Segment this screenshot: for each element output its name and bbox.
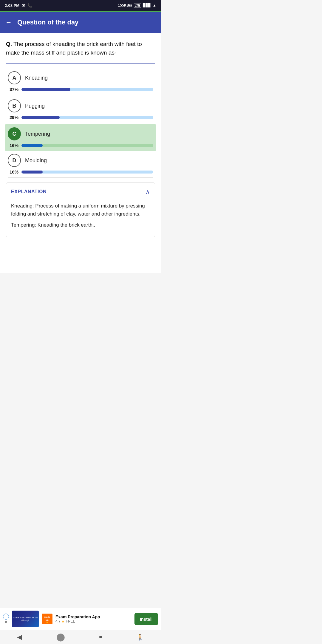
option-c-bar-bg — [21, 144, 153, 147]
chevron-up-icon: ∧ — [145, 188, 150, 195]
app-header: ← Question of the day — [0, 12, 161, 33]
question-body: The process of kneading the brick earth … — [6, 41, 142, 56]
option-a-bar-row: 37% — [6, 86, 155, 95]
explanation-paragraph-1: Kneading: Process of making a uniform mi… — [11, 202, 150, 218]
status-right: 155KB/s LTE ▊▊▊ ▲ — [118, 3, 156, 7]
option-c-circle: C — [8, 127, 21, 140]
option-d-label: Moulding — [25, 157, 47, 164]
question-text: Q. The process of kneading the brick ear… — [6, 40, 155, 57]
signal-icon: ▊▊▊ — [143, 3, 151, 7]
option-b-row[interactable]: B Pugging — [6, 96, 155, 114]
option-a-bar-fill — [21, 88, 70, 91]
option-d-row[interactable]: D Moulding — [6, 151, 155, 169]
option-d-bar-fill — [21, 171, 43, 174]
page-title: Question of the day — [17, 18, 78, 26]
status-time: 2:08 PM — [5, 3, 19, 8]
option-a-bar-bg — [21, 88, 153, 91]
option-b-bar-bg — [21, 116, 153, 119]
wifi-icon: ▲ — [153, 3, 156, 7]
gmail-icon: ✉ — [22, 3, 25, 8]
option-d-divider — [8, 177, 153, 178]
explanation-body: Kneading: Process of making a uniform mi… — [6, 201, 155, 237]
option-d-container: D Moulding 16% — [6, 151, 155, 178]
explanation-paragraph-2: Tempering: Kneading the brick earth... — [11, 221, 150, 229]
question-divider — [6, 63, 155, 64]
network-speed: 155KB/s — [118, 3, 132, 7]
explanation-section: EXPLANATION ∧ Kneading: Process of makin… — [6, 182, 155, 237]
explanation-title: EXPLANATION — [11, 189, 47, 194]
option-a-divider — [8, 95, 153, 95]
phone-icon: 📞 — [27, 3, 32, 8]
main-content: Q. The process of kneading the brick ear… — [0, 33, 161, 273]
option-a-circle: A — [8, 71, 21, 84]
status-bar: 2:08 PM ✉ 📞 155KB/s LTE ▊▊▊ ▲ — [0, 0, 161, 11]
option-a-row[interactable]: A Kneading — [6, 68, 155, 86]
option-c-bar-fill — [21, 144, 43, 147]
option-d-bar-row: 16% — [6, 169, 155, 177]
option-c-percent: 16% — [8, 143, 18, 148]
option-b-divider — [8, 123, 153, 123]
option-a-percent: 37% — [8, 87, 18, 92]
lte-icon: LTE — [134, 4, 141, 7]
option-c-container: C Tempering 16% — [5, 124, 156, 151]
option-c-row[interactable]: C Tempering — [6, 124, 155, 142]
option-b-label: Pugging — [25, 103, 45, 109]
option-a-label: Kneading — [25, 75, 48, 81]
status-left: 2:08 PM ✉ 📞 — [5, 3, 32, 8]
option-c-bar-row: 16% — [6, 142, 155, 151]
question-label: Q. — [6, 41, 12, 47]
option-c-label: Tempering — [25, 131, 50, 137]
option-b-percent: 29% — [8, 115, 18, 120]
option-b-bar-fill — [21, 116, 60, 119]
option-d-bar-bg — [21, 171, 153, 174]
option-a-container: A Kneading 37% — [6, 68, 155, 95]
options-list: A Kneading 37% B Pugging 29% — [6, 68, 155, 178]
option-b-container: B Pugging 29% — [6, 96, 155, 123]
explanation-header[interactable]: EXPLANATION ∧ — [6, 183, 155, 201]
option-d-circle: D — [8, 154, 21, 167]
back-button[interactable]: ← — [5, 18, 12, 26]
option-b-bar-row: 29% — [6, 114, 155, 123]
option-d-percent: 16% — [8, 169, 18, 174]
option-b-circle: B — [8, 99, 21, 112]
